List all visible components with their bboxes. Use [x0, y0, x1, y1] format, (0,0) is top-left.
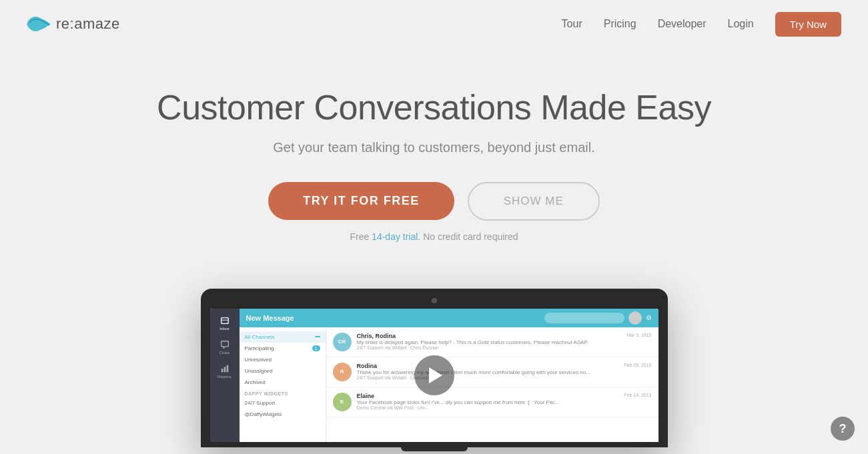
convo-body-1: Rodina Thank you for answering my questi…: [357, 363, 619, 381]
sidebar-chats[interactable]: Chats: [215, 338, 235, 357]
convo-date-2: Feb 14, 2013: [624, 393, 651, 397]
trial-info: Free 14-day trial. No credit card requir…: [350, 231, 518, 242]
topbar-right: ⚙: [544, 311, 652, 325]
convo-avatar-0: CR: [333, 333, 352, 351]
left-panel-daffywidgets[interactable]: @DaffyWidgets: [240, 409, 326, 420]
trial-link[interactable]: 14-day trial.: [372, 231, 420, 242]
convo-item-1[interactable]: R Rodina Thank you for answering my ques…: [326, 357, 659, 387]
sidebar-inbox[interactable]: Inbox: [215, 314, 235, 333]
sidebar-inbox-label: Inbox: [220, 327, 230, 331]
svg-rect-3: [226, 365, 228, 373]
help-icon: ?: [839, 422, 847, 436]
logo-icon: [27, 15, 51, 33]
convo-sub-0: 24/7 Support via Widget · Chris Dunnan: [357, 345, 622, 350]
svg-rect-2: [224, 367, 226, 372]
unresolved-label: Unresolved: [245, 357, 272, 363]
nav-login[interactable]: Login: [728, 18, 754, 30]
hero-section: Customer Conversations Made Easy Get you…: [0, 48, 868, 269]
hero-subtitle: Get your team talking to customers, beyo…: [273, 140, 594, 155]
unassigned-label: Unassigned: [245, 368, 273, 374]
sidebar-chats-label: Chats: [220, 351, 230, 355]
all-channels-label: All Channels: [245, 334, 275, 340]
convo-meta-2: Feb 14, 2013: [624, 393, 651, 411]
left-panel-all-channels[interactable]: All Channels: [240, 331, 326, 343]
convo-meta-0: Mar 3, 2015: [626, 333, 651, 351]
topbar-title: New Message: [246, 314, 294, 322]
convo-item-0[interactable]: CR Chris, Rodina My order is delayed aga…: [326, 327, 659, 357]
svg-rect-0: [221, 317, 228, 323]
app-sidebar: Inbox Chats Reports: [210, 309, 240, 442]
convo-name-1: Rodina: [357, 363, 619, 369]
try-it-for-free-button[interactable]: TRY IT FOR FREE: [268, 182, 454, 220]
nav-pricing[interactable]: Pricing: [604, 18, 636, 30]
sidebar-reports[interactable]: Reports: [215, 362, 235, 381]
convo-text-2: Your Facebook page looks fun! I've... dl…: [357, 399, 619, 405]
left-panel: All Channels Participating 1 Unresolved: [240, 327, 326, 442]
trial-suffix: No credit card required: [420, 231, 518, 242]
laptop-outer: Inbox Chats Reports: [201, 289, 668, 451]
conversations-list: CR Chris, Rodina My order is delayed aga…: [326, 327, 659, 442]
convo-sub-1: 24/7 Support via Widget · Unassigned: [357, 375, 619, 380]
convo-body-2: Elaine Your Facebook page looks fun! I'v…: [357, 393, 619, 411]
nav-tour[interactable]: Tour: [562, 18, 582, 30]
topbar-search[interactable]: [544, 313, 624, 323]
all-channels-badge: [315, 336, 320, 337]
convo-avatar-2: E: [333, 393, 352, 411]
left-panel-archived[interactable]: Archived: [240, 377, 326, 388]
nav-developer[interactable]: Developer: [658, 18, 707, 30]
left-panel-participating[interactable]: Participating 1: [240, 343, 326, 354]
play-triangle-icon: [429, 367, 442, 383]
left-panel-section: DAPPY WIDGETS: [240, 388, 326, 397]
convo-item-2[interactable]: E Elaine Your Facebook page looks fun! I…: [326, 387, 659, 417]
logo-text: re:amaze: [56, 15, 120, 33]
sidebar-reports-label: Reports: [218, 375, 232, 379]
participating-label: Participating: [245, 345, 274, 351]
convo-name-0: Chris, Rodina: [357, 333, 622, 339]
topbar-avatar: [628, 311, 642, 325]
play-button[interactable]: [414, 355, 454, 395]
convo-date-0: Mar 3, 2015: [626, 333, 651, 337]
topbar-settings-icon[interactable]: ⚙: [646, 314, 652, 321]
left-panel-247support[interactable]: 24/7 Support: [240, 397, 326, 409]
247support-label: 24/7 Support: [245, 400, 276, 406]
convo-name-2: Elaine: [357, 393, 619, 399]
archived-label: Archived: [245, 379, 266, 385]
participating-badge: 1: [312, 345, 320, 351]
app-topbar: New Message ⚙: [240, 309, 659, 327]
convo-meta-1: Feb 28, 2015: [624, 363, 651, 381]
convo-text-0: My order is delayed again. Please help? …: [357, 339, 622, 345]
convo-date-1: Feb 28, 2015: [624, 363, 651, 367]
navbar: re:amaze Tour Pricing Developer Login Tr…: [0, 0, 868, 48]
laptop-mockup: Inbox Chats Reports: [0, 289, 868, 451]
show-me-button[interactable]: SHOW ME: [468, 182, 600, 221]
help-button[interactable]: ?: [831, 417, 855, 441]
convo-body-0: Chris, Rodina My order is delayed again.…: [357, 333, 622, 351]
svg-rect-1: [221, 369, 223, 372]
logo[interactable]: re:amaze: [27, 15, 120, 33]
hero-title: Customer Conversations Made Easy: [157, 88, 711, 128]
laptop-frame: Inbox Chats Reports: [201, 289, 668, 447]
nav-try-now-button[interactable]: Try Now: [775, 12, 841, 37]
convo-sub-2: Demo Central via Wall Post · Unr...: [357, 405, 619, 410]
laptop-screen: Inbox Chats Reports: [210, 309, 659, 442]
nav-links: Tour Pricing Developer Login Try Now: [562, 12, 841, 37]
convo-avatar-1: R: [333, 363, 352, 381]
left-panel-unassigned[interactable]: Unassigned: [240, 365, 326, 377]
laptop-camera: [432, 298, 437, 303]
laptop-base: [201, 442, 668, 447]
left-panel-unresolved[interactable]: Unresolved: [240, 354, 326, 365]
convo-text-1: Thank you for answering my questions! I …: [357, 369, 619, 375]
trial-prefix: Free: [350, 231, 372, 242]
laptop-stand: [401, 447, 468, 451]
hero-buttons: TRY IT FOR FREE SHOW ME: [268, 182, 600, 221]
daffywidgets-label: @DaffyWidgets: [245, 411, 282, 417]
